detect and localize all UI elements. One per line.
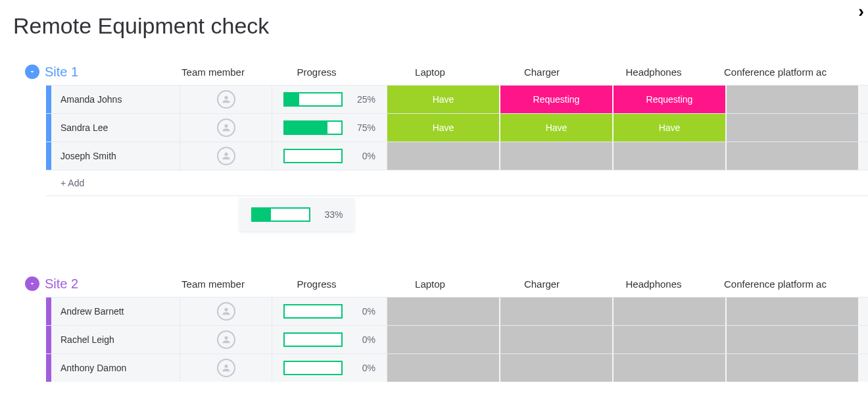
status-charger[interactable]: Have xyxy=(500,114,612,142)
status-laptop[interactable]: Have xyxy=(387,114,499,142)
item-name[interactable]: Joseph Smith xyxy=(51,142,180,170)
progress-percent: 0% xyxy=(349,334,375,345)
column-header-conference[interactable]: Conference platform ac xyxy=(710,278,841,290)
person-icon xyxy=(217,330,235,349)
item-name[interactable]: Sandra Lee xyxy=(51,114,180,142)
group-header: Site 1Team memberProgressLaptopChargerHe… xyxy=(13,59,868,85)
group-site2: Site 2Team memberProgressLaptopChargerHe… xyxy=(13,271,868,382)
progress-percent: 0% xyxy=(349,306,375,317)
status-headphones[interactable] xyxy=(614,142,725,170)
row-stripe xyxy=(46,86,51,113)
person-icon xyxy=(217,359,235,377)
table-row: Andrew Barnett0% xyxy=(46,297,868,325)
progress-bar xyxy=(251,207,310,222)
status-laptop[interactable] xyxy=(387,326,499,353)
column-header-progress[interactable]: Progress xyxy=(259,66,374,78)
group-title[interactable]: Site 1 xyxy=(45,65,167,80)
page-title: Remote Equipment check xyxy=(13,13,868,39)
progress-bar xyxy=(283,332,343,347)
status-headphones[interactable] xyxy=(614,326,725,353)
progress-bar xyxy=(283,304,343,319)
item-name[interactable]: Rachel Leigh xyxy=(51,326,180,353)
table-row: Anthony Damon0% xyxy=(46,353,868,382)
table-row: Sandra Lee75%HaveHaveHave xyxy=(46,113,868,142)
item-name[interactable]: Andrew Barnett xyxy=(51,298,180,325)
item-name[interactable]: Amanda Johns xyxy=(51,86,180,113)
progress-percent: 0% xyxy=(349,151,375,161)
person-icon xyxy=(217,302,235,321)
status-conference[interactable] xyxy=(727,86,858,113)
status-charger[interactable] xyxy=(500,298,612,325)
team-member-cell[interactable] xyxy=(180,142,272,170)
progress-cell[interactable]: 0% xyxy=(272,326,387,353)
status-headphones[interactable] xyxy=(614,298,725,325)
column-header-charger[interactable]: Charger xyxy=(486,66,598,78)
progress-cell[interactable]: 75% xyxy=(272,114,387,142)
progress-percent: 75% xyxy=(349,122,375,133)
person-icon xyxy=(217,90,235,109)
progress-percent: 0% xyxy=(349,363,375,373)
row-stripe xyxy=(46,114,51,142)
progress-cell[interactable]: 0% xyxy=(272,298,387,325)
collapse-icon[interactable] xyxy=(25,276,39,291)
progress-percent: 25% xyxy=(349,94,375,105)
column-header-progress[interactable]: Progress xyxy=(259,278,374,290)
status-charger[interactable] xyxy=(500,326,612,353)
progress-percent: 33% xyxy=(317,209,343,220)
status-laptop[interactable] xyxy=(387,354,499,382)
column-header-team[interactable]: Team member xyxy=(167,66,259,78)
collapse-icon[interactable] xyxy=(25,65,39,79)
row-stripe xyxy=(46,326,51,353)
status-headphones[interactable]: Have xyxy=(614,114,725,142)
progress-cell[interactable]: 25% xyxy=(272,86,387,113)
team-member-cell[interactable] xyxy=(180,354,272,382)
group-site1: Site 1Team memberProgressLaptopChargerHe… xyxy=(13,59,868,231)
row-stripe xyxy=(46,142,51,170)
add-item-button[interactable]: + Add xyxy=(51,178,84,188)
table-row: Rachel Leigh0% xyxy=(46,325,868,353)
group-header: Site 2Team memberProgressLaptopChargerHe… xyxy=(13,271,868,297)
status-headphones[interactable] xyxy=(614,354,725,382)
column-header-team[interactable]: Team member xyxy=(167,278,259,290)
progress-cell[interactable]: 0% xyxy=(272,142,387,170)
person-icon xyxy=(217,147,235,165)
table-row: Joseph Smith0% xyxy=(46,142,868,170)
status-laptop[interactable]: Have xyxy=(387,86,499,113)
column-header-headphones[interactable]: Headphones xyxy=(598,278,710,290)
row-stripe xyxy=(46,298,51,325)
column-header-headphones[interactable]: Headphones xyxy=(598,66,710,78)
progress-cell[interactable]: 0% xyxy=(272,354,387,382)
status-headphones[interactable]: Requesting xyxy=(614,86,725,113)
table-row: Amanda Johns25%HaveRequestingRequesting xyxy=(46,85,868,113)
add-row: + Add xyxy=(46,170,868,196)
status-laptop[interactable] xyxy=(387,298,499,325)
team-member-cell[interactable] xyxy=(180,298,272,325)
column-header-conference[interactable]: Conference platform ac xyxy=(710,66,841,78)
progress-bar xyxy=(283,361,343,375)
column-header-charger[interactable]: Charger xyxy=(486,278,598,290)
status-conference[interactable] xyxy=(727,114,858,142)
item-name[interactable]: Anthony Damon xyxy=(51,354,180,382)
status-conference[interactable] xyxy=(727,326,858,353)
status-conference[interactable] xyxy=(727,298,858,325)
progress-bar xyxy=(283,120,343,135)
group-title[interactable]: Site 2 xyxy=(45,276,167,292)
group-summary: 33% xyxy=(13,198,868,231)
next-arrow-button[interactable]: › xyxy=(854,0,868,23)
status-conference[interactable] xyxy=(727,354,858,382)
status-charger[interactable] xyxy=(500,142,612,170)
progress-bar xyxy=(283,149,343,163)
row-stripe xyxy=(46,354,51,382)
column-header-laptop[interactable]: Laptop xyxy=(374,278,486,290)
team-member-cell[interactable] xyxy=(180,86,272,113)
status-conference[interactable] xyxy=(727,142,858,170)
summary-progress[interactable]: 33% xyxy=(239,198,354,231)
status-laptop[interactable] xyxy=(387,142,499,170)
person-icon xyxy=(217,118,235,137)
progress-bar xyxy=(283,92,343,107)
team-member-cell[interactable] xyxy=(180,326,272,353)
team-member-cell[interactable] xyxy=(180,114,272,142)
status-charger[interactable] xyxy=(500,354,612,382)
status-charger[interactable]: Requesting xyxy=(500,86,612,113)
column-header-laptop[interactable]: Laptop xyxy=(374,66,486,78)
